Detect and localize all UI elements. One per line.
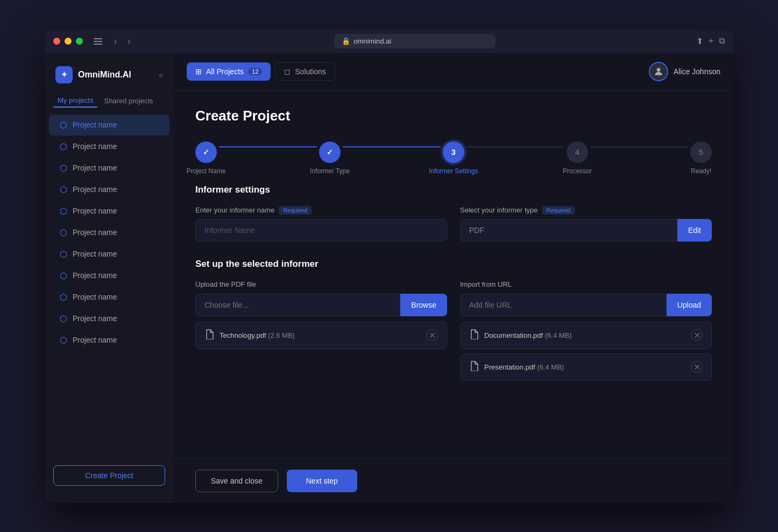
url-file-0: Documentation.pdf (6.4 MB) ✕: [460, 322, 712, 349]
sidebar-item-0[interactable]: ⬡ Project name: [49, 115, 169, 136]
share-icon[interactable]: ⬆: [696, 36, 703, 46]
project-icon-9: ⬡: [60, 314, 67, 324]
step-4: 4 Processor: [567, 141, 588, 163]
collapse-sidebar-btn[interactable]: «: [159, 70, 163, 79]
save-close-btn[interactable]: Save and close: [195, 470, 278, 492]
app-logo-icon: ✦: [55, 66, 73, 83]
back-btn[interactable]: ‹: [111, 36, 120, 47]
sidebar-item-1[interactable]: ⬡ Project name: [49, 136, 169, 157]
import-url-group: Import from URL Upload Documentation.pdf…: [460, 280, 712, 385]
informer-settings-form: Enter your informer name Required Select…: [195, 206, 712, 242]
checkmark-icon-2: [327, 148, 333, 157]
project-icon-2: ⬡: [60, 163, 67, 173]
sidebar-item-4[interactable]: ⬡ Project name: [49, 201, 169, 222]
sidebar-logo: ✦ OmniMind.AI «: [45, 62, 174, 94]
step-label-4: Processor: [563, 167, 592, 175]
sidebar-tabs: My projects Shared projects: [45, 94, 174, 108]
step-label-2: Informer Type: [310, 167, 350, 175]
informer-type-group: Select your informer type Required Edit: [460, 206, 712, 242]
setup-section: Set up the selected informer Upload the …: [195, 259, 712, 385]
step-1: Project Name: [195, 141, 217, 163]
file-icon-0: [204, 329, 214, 342]
sidebar-item-label-2: Project name: [73, 164, 117, 172]
connector-3: [466, 146, 564, 147]
informer-settings-title: Informer settings: [195, 185, 712, 195]
connector-1: [219, 146, 317, 147]
remove-file-0-btn[interactable]: ✕: [426, 329, 438, 341]
maximize-window-btn[interactable]: [76, 38, 83, 45]
duplicate-icon[interactable]: ⧉: [719, 36, 725, 46]
step-label-1: Project Name: [187, 167, 226, 175]
project-icon-5: ⬡: [60, 228, 67, 238]
topbar-user: Alice Johnson: [649, 62, 720, 81]
browse-btn[interactable]: Browse: [400, 294, 447, 316]
project-icon-1: ⬡: [60, 141, 67, 152]
informer-name-input[interactable]: [195, 219, 447, 242]
content-area: Create Project Project Name Inf: [174, 90, 733, 458]
url-input[interactable]: [460, 294, 667, 316]
edit-type-btn[interactable]: Edit: [677, 219, 712, 242]
sidebar-item-label-9: Project name: [73, 314, 117, 323]
lock-icon: 🔒: [342, 37, 350, 45]
svg-rect-2: [94, 44, 102, 45]
new-tab-icon[interactable]: +: [709, 36, 713, 46]
sidebar-toggle-icon[interactable]: [94, 37, 102, 46]
all-projects-btn[interactable]: ⊞ All Projects 12: [187, 62, 271, 81]
step-circle-1: [195, 141, 217, 163]
sidebar-item-2[interactable]: ⬡ Project name: [49, 158, 169, 179]
sidebar-item-8[interactable]: ⬡ Project name: [49, 287, 169, 308]
nav-arrows: ‹ ›: [111, 36, 134, 47]
informer-type-input-group: Edit: [460, 219, 712, 242]
url-display[interactable]: 🔒 omnimind.ai: [334, 34, 496, 48]
informer-settings-section: Informer settings Enter your informer na…: [195, 185, 712, 242]
step-5: 5 Ready!: [690, 141, 712, 163]
sidebar-item-label-4: Project name: [73, 207, 117, 215]
checkmark-icon-1: [203, 148, 209, 157]
informer-type-label: Select your informer type Required: [460, 206, 712, 215]
url-file-1: Presentation.pdf (6.4 MB) ✕: [460, 353, 712, 381]
project-icon-8: ⬡: [60, 292, 67, 302]
step-circle-4: 4: [567, 141, 588, 163]
sidebar-item-label-8: Project name: [73, 293, 117, 301]
remove-url-file-0-btn[interactable]: ✕: [691, 329, 703, 341]
sidebar-item-5[interactable]: ⬡ Project name: [49, 222, 169, 243]
sidebar-item-7[interactable]: ⬡ Project name: [49, 265, 169, 286]
project-icon-3: ⬡: [60, 185, 67, 195]
informer-type-input[interactable]: [460, 219, 677, 242]
setup-title: Set up the selected informer: [195, 259, 712, 269]
file-chooser-input[interactable]: [195, 294, 400, 316]
url-file-name-0: Documentation.pdf (6.4 MB): [484, 331, 685, 339]
sidebar-item-9[interactable]: ⬡ Project name: [49, 308, 169, 329]
forward-btn[interactable]: ›: [124, 36, 133, 47]
svg-rect-1: [94, 41, 102, 42]
import-url-label: Import from URL: [460, 280, 712, 288]
sidebar-item-label-0: Project name: [73, 120, 117, 129]
projects-count-badge: 12: [248, 68, 262, 75]
create-project-sidebar-btn[interactable]: Create Project: [53, 465, 165, 486]
sidebar-item-10[interactable]: ⬡ Project name: [49, 330, 169, 351]
titlebar: ‹ › 🔒 omnimind.ai ⬆ + ⧉: [45, 30, 733, 53]
my-projects-tab[interactable]: My projects: [53, 94, 97, 108]
sidebar-item-label-1: Project name: [73, 142, 117, 151]
close-window-btn[interactable]: [53, 38, 60, 45]
sidebar-item-label-10: Project name: [73, 336, 117, 344]
minimize-window-btn[interactable]: [65, 38, 72, 45]
url-file-name-1: Presentation.pdf (6.4 MB): [484, 363, 685, 371]
url-file-icon-1: [469, 360, 479, 374]
step-3: 3 Informer Settings: [443, 141, 464, 163]
svg-point-3: [656, 68, 660, 72]
uploaded-file-0: Technology.pdf (2.6 MB) ✕: [195, 322, 447, 349]
url-input-row: Upload: [460, 294, 712, 316]
upload-url-btn[interactable]: Upload: [667, 294, 712, 316]
footer-bar: Save and close Next step: [174, 458, 733, 503]
solutions-btn[interactable]: ◻ Solutions: [275, 62, 335, 81]
next-step-btn[interactable]: Next step: [287, 470, 357, 492]
sidebar-item-3[interactable]: ⬡ Project name: [49, 179, 169, 200]
shared-projects-tab[interactable]: Shared projects: [100, 94, 157, 108]
sidebar-item-6[interactable]: ⬡ Project name: [49, 244, 169, 265]
url-file-icon-0: [469, 329, 479, 342]
address-bar: 🔒 omnimind.ai: [140, 34, 690, 48]
project-icon-7: ⬡: [60, 271, 67, 281]
topbar-nav: ⊞ All Projects 12 ◻ Solutions: [187, 62, 642, 81]
remove-url-file-1-btn[interactable]: ✕: [691, 361, 703, 373]
